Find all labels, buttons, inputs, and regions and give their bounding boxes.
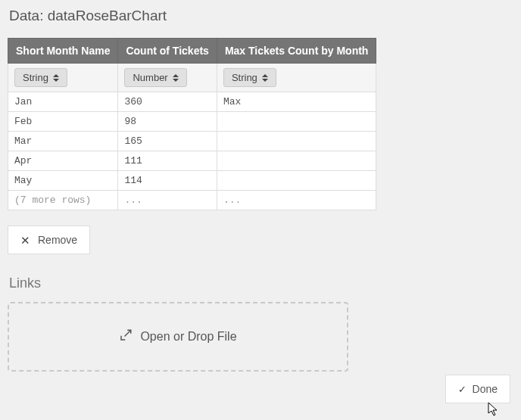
cell: Max — [217, 92, 376, 112]
remove-button[interactable]: ✕ Remove — [8, 226, 90, 254]
table-row: Mar 165 — [8, 132, 376, 151]
cell: Feb — [8, 112, 118, 132]
cell: Mar — [8, 132, 118, 151]
table-header-row: Short Month Name Count of Tickets Max Ti… — [8, 39, 376, 64]
table-row: Apr 111 — [8, 151, 376, 171]
done-label: Done — [473, 383, 498, 395]
close-icon: ✕ — [20, 235, 30, 246]
cell — [217, 151, 376, 171]
cell-more: ... — [118, 191, 217, 210]
table-row: May 114 — [8, 171, 376, 191]
type-label: String — [232, 72, 257, 83]
cell — [217, 171, 376, 191]
type-pill-col2[interactable]: Number — [124, 68, 186, 87]
type-row: String Number String — [8, 64, 376, 92]
type-pill-col3[interactable]: String — [223, 68, 276, 87]
cell: Apr — [8, 151, 118, 171]
sort-icon — [53, 74, 59, 82]
cell — [217, 112, 376, 132]
table-row: Jan 360 Max — [8, 92, 376, 112]
open-drop-file[interactable]: Open or Drop File — [8, 302, 348, 372]
column-header-max[interactable]: Max Tickets Count by Month — [217, 39, 376, 64]
cell: 98 — [118, 112, 217, 132]
table-row-more: (7 more rows) ... ... — [8, 191, 376, 210]
cell-more: (7 more rows) — [8, 191, 118, 210]
data-table: Short Month Name Count of Tickets Max Ti… — [8, 38, 376, 210]
column-header-short-month[interactable]: Short Month Name — [8, 39, 118, 64]
done-button[interactable]: ✓ Done — [445, 375, 510, 403]
type-pill-col1[interactable]: String — [14, 68, 67, 87]
cursor-icon — [488, 402, 500, 417]
remove-label: Remove — [38, 234, 77, 246]
links-title: Links — [8, 275, 513, 291]
type-label: Number — [133, 72, 167, 83]
open-file-icon — [119, 328, 133, 345]
cell: 111 — [118, 151, 217, 171]
cell: Jan — [8, 92, 118, 112]
cell: May — [8, 171, 118, 191]
cell-more: ... — [217, 191, 376, 210]
cell: 165 — [118, 132, 217, 151]
check-icon: ✓ — [458, 384, 466, 395]
cell: 114 — [118, 171, 217, 191]
type-label: String — [23, 72, 48, 83]
table-row: Feb 98 — [8, 112, 376, 132]
sort-icon — [173, 74, 179, 82]
data-title: Data: dataRoseBarChart — [8, 8, 513, 24]
cell: 360 — [118, 92, 217, 112]
cell — [217, 132, 376, 151]
column-header-count[interactable]: Count of Tickets — [118, 39, 217, 64]
dropzone-label: Open or Drop File — [140, 330, 236, 344]
sort-icon — [262, 74, 268, 82]
